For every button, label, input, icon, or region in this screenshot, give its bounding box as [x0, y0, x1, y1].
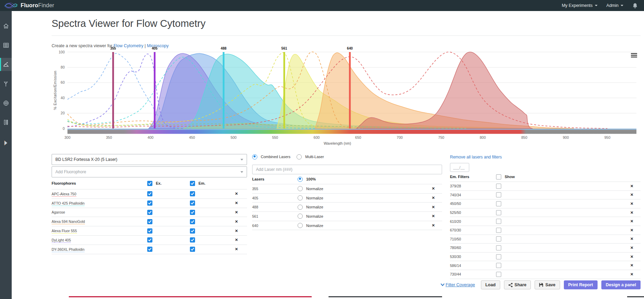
normalize-radio[interactable] — [298, 223, 303, 228]
ex-checkbox[interactable] — [147, 200, 152, 206]
brand-logo[interactable]: FluoroFinder — [0, 2, 54, 9]
remove-laser-button[interactable]: ✕ — [432, 223, 435, 227]
ex-all-checkbox[interactable] — [147, 181, 152, 186]
em-checkbox[interactable] — [190, 228, 195, 234]
laser-label: 640 — [347, 47, 353, 50]
normalize-radio[interactable] — [298, 195, 303, 200]
remove-fluorophore-button[interactable]: ✕ — [235, 192, 238, 196]
nav-my-experiments[interactable]: My Experiments — [562, 3, 598, 8]
remove-filter-button[interactable]: ✕ — [630, 193, 633, 197]
instrument-select[interactable]: BD LSR2 Fortessa X-20 (5 Laser) — [52, 154, 247, 165]
show-filter-checkbox[interactable] — [496, 192, 501, 197]
fluorophore-link[interactable]: ATTO 425 Phalloidin — [52, 201, 85, 206]
fluorophore-link[interactable]: DyLight 405 — [52, 238, 71, 243]
show-filter-checkbox[interactable] — [496, 184, 501, 189]
normalize-radio[interactable] — [298, 186, 303, 191]
fluorophore-link[interactable]: APC-Alexa 750 — [52, 192, 76, 197]
save-button[interactable]: Save — [535, 280, 560, 289]
remove-filter-button[interactable]: ✕ — [630, 255, 633, 259]
remove-laser-button[interactable]: ✕ — [432, 186, 435, 190]
remove-fluorophore-button[interactable]: ✕ — [235, 219, 238, 224]
remove-filter-button[interactable]: ✕ — [630, 237, 633, 241]
remove-filter-button[interactable]: ✕ — [630, 228, 633, 232]
spectra-chart: 020406080100% Excitation/Emission3554054… — [52, 43, 641, 147]
fluorophore-link[interactable]: DY-360XL Phalloidin — [52, 247, 85, 252]
show-filter-checkbox[interactable] — [496, 228, 501, 233]
remove-all-link[interactable]: Remove all lasers and filters — [450, 155, 502, 159]
laser-row: 640Normalize✕ — [252, 221, 442, 230]
normalize-radio[interactable] — [298, 214, 303, 219]
show-filter-checkbox[interactable] — [496, 245, 501, 250]
remove-filter-button[interactable]: ✕ — [630, 263, 633, 267]
remove-laser-button[interactable]: ✕ — [432, 214, 435, 218]
fluorophore-link[interactable]: Agarose — [52, 210, 65, 215]
remove-fluorophore-button[interactable]: ✕ — [235, 201, 238, 205]
em-all-checkbox[interactable] — [190, 181, 195, 186]
notifications-bell-icon[interactable] — [632, 3, 638, 9]
fluorophore-link[interactable]: Alexa 594 NanoGold — [52, 219, 85, 224]
remove-filter-button[interactable]: ✕ — [630, 219, 633, 223]
show-filter-checkbox[interactable] — [496, 254, 501, 259]
remove-fluorophore-button[interactable]: ✕ — [235, 229, 238, 233]
share-label: Share — [515, 282, 527, 287]
remove-filter-button[interactable]: ✕ — [630, 210, 633, 215]
show-filter-checkbox[interactable] — [496, 272, 501, 277]
nav-my-experiments-label: My Experiments — [562, 3, 593, 8]
ex-checkbox[interactable] — [147, 228, 152, 234]
remove-filter-button[interactable]: ✕ — [630, 246, 633, 250]
ex-checkbox[interactable] — [147, 191, 152, 196]
ex-checkbox[interactable] — [147, 247, 152, 252]
laser-100pct-radio[interactable] — [298, 177, 303, 182]
filter-value: 670/30 — [450, 228, 461, 232]
design-panel-button[interactable]: Design a panel — [601, 280, 641, 289]
show-filter-checkbox[interactable] — [496, 210, 501, 215]
fluorophore-row: DY-360XL Phalloidin✕ — [52, 245, 247, 254]
multi-laser-radio[interactable] — [297, 154, 302, 159]
show-all-checkbox[interactable] — [496, 174, 501, 179]
em-checkbox[interactable] — [190, 219, 195, 224]
normalize-radio[interactable] — [298, 205, 303, 210]
show-filter-checkbox[interactable] — [496, 263, 501, 268]
print-report-button[interactable]: Print Report — [564, 280, 598, 289]
remove-fluorophore-button[interactable]: ✕ — [235, 238, 238, 242]
sidebar-item-reagents[interactable] — [0, 116, 12, 129]
show-filter-checkbox[interactable] — [496, 201, 501, 206]
combined-lasers-radio[interactable] — [252, 154, 257, 159]
em-checkbox[interactable] — [190, 200, 195, 206]
remove-laser-button[interactable]: ✕ — [432, 205, 435, 209]
svg-text:40: 40 — [61, 96, 65, 100]
share-button[interactable]: Share — [504, 280, 531, 289]
sidebar-expand-toggle[interactable] — [0, 136, 12, 150]
em-checkbox[interactable] — [190, 191, 195, 196]
ex-checkbox[interactable] — [147, 219, 152, 224]
em-checkbox[interactable] — [190, 247, 195, 252]
show-filter-checkbox[interactable] — [496, 236, 501, 241]
ex-checkbox[interactable] — [147, 237, 152, 243]
ex-checkbox[interactable] — [147, 210, 152, 215]
remove-fluorophore-button[interactable]: ✕ — [235, 210, 238, 214]
fluorophore-panel: BD LSR2 Fortessa X-20 (5 Laser) Add Fluo… — [52, 154, 247, 254]
show-filter-checkbox[interactable] — [496, 219, 501, 224]
fluorophore-link[interactable]: Alexa Fluor 555 — [52, 229, 77, 234]
em-checkbox[interactable] — [190, 210, 195, 215]
load-button[interactable]: Load — [481, 280, 500, 289]
sidebar-item-panel-wheel[interactable] — [0, 96, 12, 110]
sidebar-item-plates[interactable] — [0, 39, 12, 52]
nav-admin[interactable]: Admin — [607, 3, 623, 8]
filter-coverage-link[interactable]: Filter Coverage — [441, 282, 475, 287]
remove-laser-button[interactable]: ✕ — [432, 196, 435, 200]
sidebar-item-home[interactable] — [0, 19, 12, 32]
remove-filter-button[interactable]: ✕ — [630, 184, 633, 188]
svg-text:850: 850 — [521, 135, 527, 140]
em-checkbox[interactable] — [190, 237, 195, 243]
sidebar-item-spectra-viewer[interactable] — [0, 58, 12, 71]
add-laser-input[interactable] — [252, 165, 442, 174]
add-filter-input[interactable] — [450, 163, 469, 172]
add-fluorophore-select[interactable]: Add Fluorophore — [52, 166, 247, 177]
sidebar-item-antibody-search[interactable] — [0, 77, 12, 90]
normalize-label: Normalize — [306, 205, 323, 209]
remove-filter-button[interactable]: ✕ — [630, 272, 633, 276]
chart-menu-icon[interactable] — [631, 53, 637, 58]
remove-filter-button[interactable]: ✕ — [630, 202, 633, 206]
remove-fluorophore-button[interactable]: ✕ — [235, 247, 238, 251]
